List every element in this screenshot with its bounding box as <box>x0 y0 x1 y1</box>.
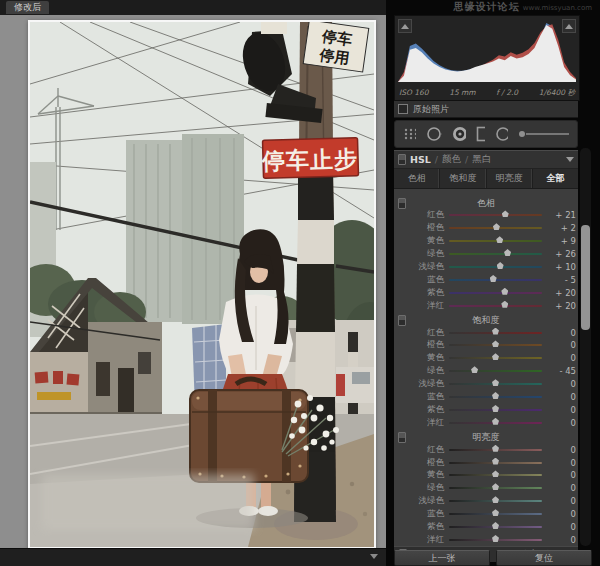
lum-yellow-slider-track[interactable] <box>449 474 542 476</box>
hue-orange-slider-track[interactable] <box>449 227 542 229</box>
slider-value[interactable]: 0 <box>548 470 576 480</box>
slider-thumb[interactable] <box>493 223 500 230</box>
slider-value[interactable]: + 20 <box>548 288 576 298</box>
panel-scrollbar-thumb[interactable] <box>581 225 590 330</box>
bw-title[interactable]: 黑白 <box>472 153 491 166</box>
slider-value[interactable]: 0 <box>548 509 576 519</box>
previous-button[interactable]: 上一张 <box>394 550 490 566</box>
slider-value[interactable]: 0 <box>548 418 576 428</box>
slider-value[interactable]: 0 <box>548 379 576 389</box>
slider-thumb[interactable] <box>492 445 499 452</box>
slider-value[interactable]: + 20 <box>548 301 576 311</box>
panel-scrollbar-track[interactable] <box>580 148 591 546</box>
lum-blue-slider-track[interactable] <box>449 513 542 515</box>
slider-thumb[interactable] <box>490 275 497 282</box>
histogram-chart[interactable] <box>398 20 576 82</box>
graduated-filter-icon[interactable] <box>476 126 486 142</box>
sat-red-slider-track[interactable] <box>449 332 542 334</box>
slider-thumb[interactable] <box>501 288 508 295</box>
slider-thumb[interactable] <box>497 262 504 269</box>
lum-aqua-slider-track[interactable] <box>449 500 542 502</box>
hue-blue-slider-track[interactable] <box>449 279 542 281</box>
reset-button[interactable]: 复位 <box>496 550 592 566</box>
slider-thumb[interactable] <box>492 522 499 529</box>
panel-switch-icon[interactable] <box>398 154 406 165</box>
slider-value[interactable]: 0 <box>548 353 576 363</box>
hue-magenta-slider-track[interactable] <box>449 305 542 307</box>
slider-thumb[interactable] <box>492 405 499 412</box>
sat-magenta-slider-track[interactable] <box>449 422 542 424</box>
slider-value[interactable]: + 26 <box>548 249 576 259</box>
slider-value[interactable]: + 2 <box>548 223 576 233</box>
slider-value[interactable]: 0 <box>548 405 576 415</box>
red-eye-icon[interactable] <box>452 126 465 142</box>
slider-thumb[interactable] <box>492 496 499 503</box>
slider-thumb[interactable] <box>492 458 499 465</box>
slider-value[interactable]: 0 <box>548 483 576 493</box>
slider-value[interactable]: 0 <box>548 340 576 350</box>
slider-thumb[interactable] <box>496 236 503 243</box>
slider-value[interactable]: 0 <box>548 392 576 402</box>
color-title[interactable]: 颜色 <box>442 153 461 166</box>
slider-thumb[interactable] <box>492 535 499 542</box>
hue-yellow-slider-track[interactable] <box>449 240 542 242</box>
slider-value[interactable]: 0 <box>548 522 576 532</box>
sat-yellow-slider-track[interactable] <box>449 357 542 359</box>
after-view-tab[interactable]: 修改后 <box>6 1 49 14</box>
slider-thumb[interactable] <box>471 366 478 373</box>
spot-removal-icon[interactable] <box>426 125 442 143</box>
sat-green-slider-track[interactable] <box>449 370 542 372</box>
lum-red-slider-track[interactable] <box>449 449 542 451</box>
section-switch-icon[interactable] <box>398 432 406 443</box>
slider-value[interactable]: 0 <box>548 445 576 455</box>
slider-value[interactable]: 0 <box>548 328 576 338</box>
photo-canvas[interactable]: 停车 停用 停车止步 <box>28 20 376 549</box>
slider-thumb[interactable] <box>492 340 499 347</box>
hsl-tab-2[interactable]: 明亮度 <box>487 169 533 188</box>
slider-value[interactable]: - 45 <box>548 366 576 376</box>
section-switch-icon[interactable] <box>398 198 406 209</box>
hue-green-slider-track[interactable] <box>449 253 542 255</box>
slider-thumb[interactable] <box>501 301 508 308</box>
section-switch-icon[interactable] <box>398 315 406 326</box>
hue-red-slider-track[interactable] <box>449 214 542 216</box>
slider-thumb[interactable] <box>492 392 499 399</box>
slider-value[interactable]: 0 <box>548 535 576 545</box>
lum-magenta-slider-track[interactable] <box>449 539 542 541</box>
hue-purple-slider-track[interactable] <box>449 292 542 294</box>
slider-thumb[interactable] <box>492 483 499 490</box>
panel-collapse-caret-icon[interactable] <box>566 157 574 162</box>
hsl-tab-1[interactable]: 饱和度 <box>440 169 486 188</box>
hsl-panel-header[interactable]: HSL / 颜色 / 黑白 <box>394 150 578 169</box>
slider-thumb[interactable] <box>492 353 499 360</box>
slider-label: 蓝色 <box>398 391 449 403</box>
lum-purple-slider-track[interactable] <box>449 526 542 528</box>
sat-blue-slider-track[interactable] <box>449 396 542 398</box>
slider-value[interactable]: + 21 <box>548 210 576 220</box>
slider-thumb[interactable] <box>502 210 509 217</box>
original-photo-checkbox[interactable] <box>398 104 408 114</box>
sat-purple-slider-track[interactable] <box>449 409 542 411</box>
slider-thumb[interactable] <box>492 418 499 425</box>
hsl-tab-3[interactable]: 全部 <box>533 169 578 188</box>
adjustment-brush-icon[interactable] <box>518 128 569 140</box>
lum-orange-slider-track[interactable] <box>449 462 542 464</box>
slider-thumb[interactable] <box>492 509 499 516</box>
slider-thumb[interactable] <box>504 249 511 256</box>
slider-value[interactable]: 0 <box>548 458 576 468</box>
slider-value[interactable]: 0 <box>548 496 576 506</box>
slider-value[interactable]: - 5 <box>548 275 576 285</box>
toolbar-caret-icon[interactable] <box>370 554 378 559</box>
lum-green-slider-track[interactable] <box>449 487 542 489</box>
radial-filter-icon[interactable] <box>495 126 508 142</box>
sat-aqua-slider-track[interactable] <box>449 383 542 385</box>
hsl-tab-0[interactable]: 色相 <box>394 169 440 188</box>
slider-value[interactable]: + 10 <box>548 262 576 272</box>
hue-aqua-slider-track[interactable] <box>449 266 542 268</box>
slider-thumb[interactable] <box>492 470 499 477</box>
slider-value[interactable]: + 9 <box>548 236 576 246</box>
slider-thumb[interactable] <box>492 379 499 386</box>
slider-thumb[interactable] <box>492 328 499 335</box>
crop-tool-icon[interactable] <box>403 127 416 141</box>
sat-orange-slider-track[interactable] <box>449 344 542 346</box>
